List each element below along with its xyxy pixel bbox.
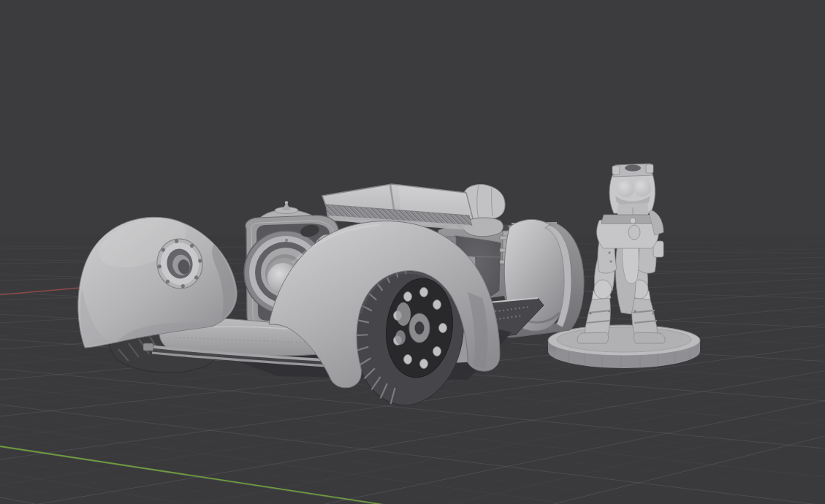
viewport-3d[interactable]: Monochrome 3D viewport scene: an untextu… bbox=[0, 0, 825, 504]
viewport-canvas[interactable]: Monochrome 3D viewport scene: an untextu… bbox=[0, 0, 825, 504]
figurine-base bbox=[548, 325, 700, 370]
figurine-collar bbox=[612, 164, 653, 177]
